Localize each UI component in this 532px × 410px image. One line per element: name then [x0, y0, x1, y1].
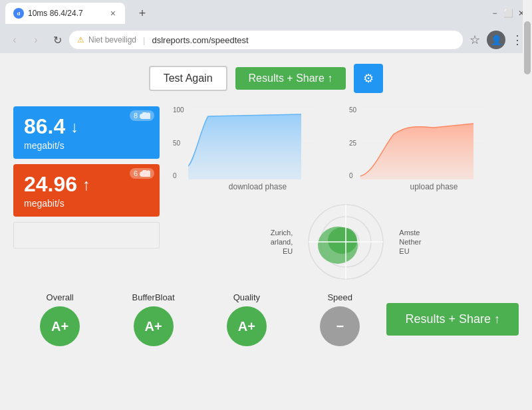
- action-bar: Test Again Results + Share ↑ ⚙: [13, 64, 519, 93]
- new-tab-button[interactable]: +: [133, 4, 152, 23]
- speed-panel: 8 86.4 ↓ megabit/s 6 24.96: [13, 106, 160, 282]
- quality-label: Quality: [233, 292, 260, 302]
- upload-y-mid: 25: [349, 140, 356, 147]
- bookmark-button[interactable]: ☆: [466, 31, 484, 49]
- quality-badge: A+: [227, 306, 267, 346]
- back-button[interactable]: ‹: [5, 31, 24, 49]
- upload-y-max: 50: [349, 106, 356, 114]
- download-chart-container: 100 50 0: [173, 106, 342, 191]
- speed-label: Speed: [327, 292, 352, 302]
- bufferbloat-label: BufferBloat: [132, 292, 174, 302]
- upload-y-min: 0: [349, 172, 356, 179]
- scrollbar-thumb[interactable]: [524, 21, 531, 74]
- upload-chart: [360, 106, 487, 179]
- settings-button[interactable]: ⚙: [354, 64, 383, 93]
- tab-favicon: d: [13, 8, 24, 19]
- results-share-button-top[interactable]: Results + Share ↑: [235, 67, 346, 90]
- upload-unit: megabit/s: [24, 198, 149, 209]
- download-unit: megabit/s: [24, 140, 149, 151]
- download-arrow: ↓: [70, 118, 78, 136]
- score-overall: Overall A+: [13, 292, 106, 346]
- download-chart: [188, 106, 315, 179]
- score-speed: Speed −: [293, 292, 386, 346]
- tab-title: 10ms 86.4/24.7: [28, 9, 105, 18]
- blank-input-box: [13, 222, 160, 249]
- download-y-max: 100: [173, 106, 184, 114]
- overall-badge: A+: [40, 306, 80, 346]
- bubble-right-label: Amste Nether EU: [399, 228, 421, 256]
- upload-cloud-badge: 6: [130, 168, 154, 179]
- bubble-left-label: Zurich, arland, EU: [271, 228, 293, 256]
- score-quality: Quality A+: [200, 292, 293, 346]
- upload-chart-label: upload phase: [349, 182, 519, 191]
- download-y-min: 0: [173, 172, 184, 179]
- svg-text:d: d: [17, 11, 21, 17]
- reload-button[interactable]: ↻: [48, 31, 66, 49]
- download-chart-label: download phase: [173, 182, 342, 191]
- test-again-button[interactable]: Test Again: [149, 66, 227, 91]
- bubble-section: Zurich, arland, EU: [173, 202, 519, 282]
- maximize-button[interactable]: ⬜: [503, 8, 513, 19]
- upload-arrow: ↑: [82, 175, 90, 194]
- download-cloud-badge: 8: [130, 110, 154, 121]
- settings-icon: ⚙: [363, 71, 374, 86]
- upload-box: 6 24.96 ↑ megabit/s: [13, 164, 160, 217]
- security-icon: ⚠: [77, 35, 84, 45]
- browser-tab[interactable]: d 10ms 86.4/24.7 ×: [5, 3, 125, 24]
- score-bufferbloat: BufferBloat A+: [106, 292, 200, 346]
- address-bar: ‹ › ↻ ⚠ Niet beveiligd | dslreports.com/…: [0, 27, 532, 53]
- forward-button[interactable]: ›: [27, 31, 45, 49]
- security-label: Niet beveiligd: [88, 35, 136, 45]
- download-y-mid: 50: [173, 140, 184, 147]
- bufferbloat-badge: A+: [134, 306, 174, 346]
- url-text: dslreports.com/speedtest: [152, 35, 455, 45]
- speed-badge: −: [320, 306, 360, 346]
- scrollbar[interactable]: [523, 0, 532, 330]
- profile-button[interactable]: 👤: [487, 31, 505, 49]
- overall-label: Overall: [47, 292, 74, 302]
- download-box: 8 86.4 ↓ megabit/s: [13, 106, 160, 159]
- minimize-button[interactable]: −: [489, 8, 500, 19]
- address-input[interactable]: ⚠ Niet beveiligd | dslreports.com/speedt…: [69, 31, 463, 49]
- scores-section: Overall A+ BufferBloat A+ Quality A+ Spe…: [13, 282, 519, 346]
- results-share-button-bottom[interactable]: Results + Share ↑: [386, 303, 519, 336]
- bubble-chart: [306, 202, 386, 282]
- charts-panel: 100 50 0: [160, 106, 519, 282]
- upload-chart-container: 50 25 0: [349, 106, 519, 191]
- tab-close-button[interactable]: ×: [109, 7, 117, 20]
- svg-point-14: [328, 227, 357, 254]
- window-controls: − ⬜ ✕: [489, 8, 527, 19]
